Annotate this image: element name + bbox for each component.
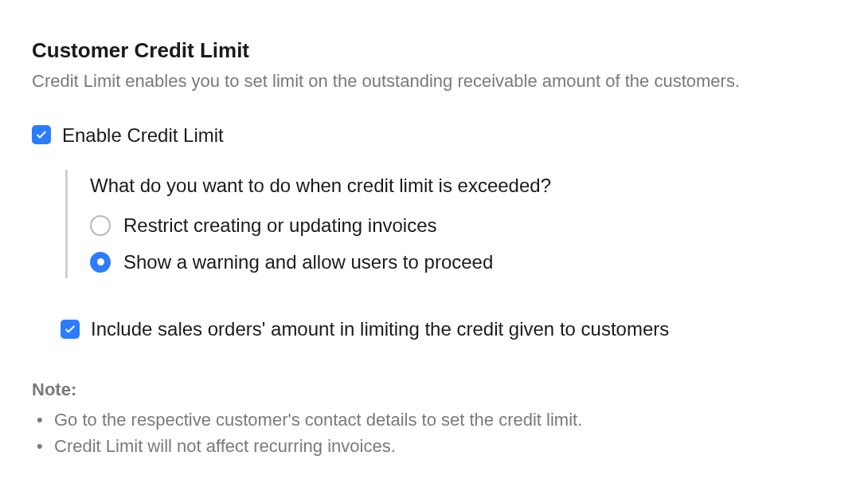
- check-icon: [64, 323, 76, 336]
- radio-warn-label: Show a warning and allow users to procee…: [123, 251, 493, 273]
- include-sales-orders-label: Include sales orders' amount in limiting…: [91, 316, 669, 341]
- enable-credit-limit-label: Enable Credit Limit: [62, 123, 224, 147]
- radio-restrict-label: Restrict creating or updating invoices: [123, 214, 437, 237]
- exceed-behavior-question: What do you want to do when credit limit…: [90, 175, 836, 197]
- include-sales-orders-row: Include sales orders' amount in limiting…: [61, 316, 836, 341]
- note-item: Go to the respective customer's contact …: [32, 407, 836, 433]
- note-block: Note: Go to the respective customer's co…: [32, 379, 836, 459]
- section-description: Credit Limit enables you to set limit on…: [32, 69, 836, 94]
- radio-option-restrict: Restrict creating or updating invoices: [90, 214, 836, 237]
- radio-restrict[interactable]: [90, 215, 111, 236]
- note-list: Go to the respective customer's contact …: [32, 407, 836, 459]
- radio-warn[interactable]: [90, 252, 111, 273]
- include-sales-orders-checkbox[interactable]: [61, 320, 80, 339]
- exceed-behavior-group: What do you want to do when credit limit…: [65, 170, 836, 278]
- check-icon: [35, 128, 48, 141]
- note-title: Note:: [32, 379, 836, 400]
- enable-credit-limit-row: Enable Credit Limit: [32, 123, 836, 147]
- note-item: Credit Limit will not affect recurring i…: [32, 433, 836, 459]
- enable-credit-limit-checkbox[interactable]: [32, 125, 51, 144]
- section-title: Customer Credit Limit: [32, 38, 836, 63]
- radio-option-warn: Show a warning and allow users to procee…: [90, 251, 836, 273]
